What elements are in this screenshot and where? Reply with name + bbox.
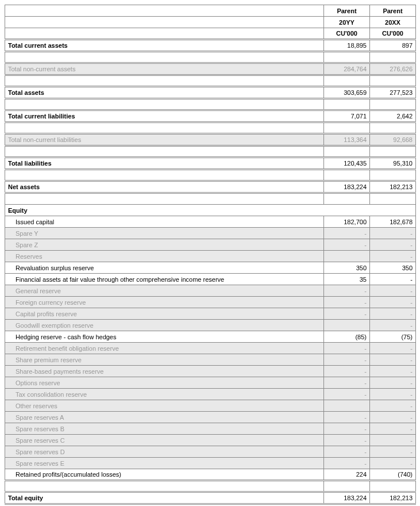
col2-unit: CU'000 — [370, 28, 416, 40]
row-fav-reserve: Financial assets at fair value through o… — [5, 274, 416, 285]
row-spare-reserves-c: Spare reserves C - - — [5, 435, 416, 446]
row-total-non-current-assets: Total non-current assets 284,764 276,626 — [5, 63, 416, 75]
row-share-based-payments-reserve: Share-based payments reserve - - — [5, 366, 416, 377]
header-row-year: 20YY 20XX — [5, 17, 416, 28]
row-issued-capital: Issued capital 182,700 182,678 — [5, 216, 416, 228]
row-total-current-liabilities: Total current liabilities 7,071 2,642 — [5, 110, 416, 122]
row-goodwill-exemption-reserve: Goodwill exemption reserve - — [5, 320, 416, 331]
row-spare-y: Spare Y - - — [5, 228, 416, 239]
row-general-reserve: General reserve - - — [5, 285, 416, 297]
row-spare-z: Spare Z - - — [5, 239, 416, 251]
row-equity-heading: Equity — [5, 205, 416, 216]
col1-unit: CU'000 — [324, 28, 370, 40]
row-tax-consolidation-reserve: Tax consolidation reserve - - — [5, 389, 416, 400]
row-other-reserves: Other reserves - — [5, 400, 416, 412]
row-total-current-assets: Total current assets 18,895 897 — [5, 40, 416, 52]
row-share-premium-reserve: Share premium reserve - - — [5, 354, 416, 366]
col1-entity: Parent — [324, 5, 370, 17]
row-retained-profits: Retained profits/(accumulated losses) 22… — [5, 469, 416, 481]
spacer — [5, 193, 416, 205]
spacer — [5, 99, 416, 110]
row-capital-profits-reserve: Capital profits reserve - - — [5, 308, 416, 320]
row-revaluation-surplus-reserve: Revaluation surplus reserve 350 350 — [5, 262, 416, 274]
header-row-entity: Parent Parent — [5, 5, 416, 17]
col2-entity: Parent — [370, 5, 416, 17]
row-retirement-benefit-reserve: Retirement benefit obligation reserve - … — [5, 343, 416, 354]
spacer — [5, 52, 416, 63]
header-row-unit: CU'000 CU'000 — [5, 28, 416, 40]
row-options-reserve: Options reserve - - — [5, 377, 416, 389]
spacer — [5, 170, 416, 181]
row-foreign-currency-reserve: Foreign currency reserve - - — [5, 297, 416, 308]
row-spare-reserves-a: Spare reserves A - - — [5, 412, 416, 423]
row-hedging-reserve: Hedging reserve - cash flow hedges (85) … — [5, 331, 416, 343]
row-spare-reserves-d: Spare reserves D - - — [5, 446, 416, 458]
spacer — [5, 75, 416, 87]
spacer — [5, 146, 416, 158]
row-net-assets: Net assets 183,224 182,213 — [5, 181, 416, 193]
row-spare-reserves-e: Spare reserves E - - — [5, 458, 416, 469]
spacer — [5, 481, 416, 492]
row-total-assets: Total assets 303,659 277,523 — [5, 87, 416, 99]
financial-table: Parent Parent 20YY 20XX CU'000 CU'000 To… — [5, 5, 416, 505]
row-total-equity: Total equity 183,224 182,213 — [5, 492, 416, 504]
row-spare-reserves-b: Spare reserves B - - — [5, 423, 416, 435]
row-total-non-current-liabilities: Total non-current liabilities 113,364 92… — [5, 134, 416, 146]
row-total-liabilities: Total liabilities 120,435 95,310 — [5, 158, 416, 170]
col1-year: 20YY — [324, 17, 370, 28]
spacer — [5, 122, 416, 134]
row-reserves: Reserves - — [5, 251, 416, 262]
col2-year: 20XX — [370, 17, 416, 28]
